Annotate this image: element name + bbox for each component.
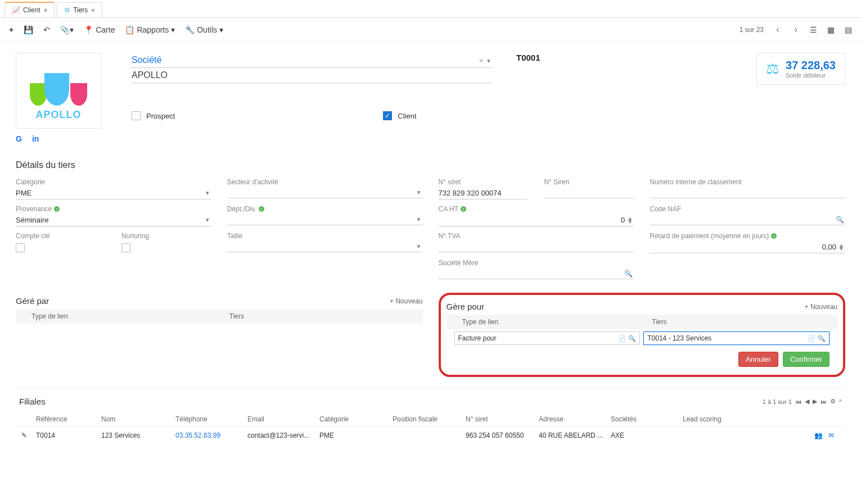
undo-button[interactable]: ↶ [43,25,50,34]
rapports-button[interactable]: 📋Rapports ▾ [125,25,175,34]
spinner-icon[interactable]: ▲▼ [839,244,844,251]
numinterne-input[interactable] [650,187,845,198]
spinner-icon[interactable]: ▲▼ [627,217,633,224]
first-page-icon[interactable]: ⏮ [795,398,801,405]
chevron-down-icon[interactable]: ▼ [486,58,492,64]
info-icon[interactable]: i [461,206,466,212]
tab-label: Tiers [73,6,88,14]
filiales-pager: 1 à 1 sur 1 [763,398,792,405]
prospect-label: Prospect [146,112,175,120]
col-soc[interactable]: Sociétés [611,415,683,423]
prev-button[interactable]: ‹ [774,24,782,35]
col-email[interactable]: Email [247,415,319,423]
close-icon[interactable]: × [44,7,47,13]
linkedin-icon[interactable]: in [32,134,39,143]
info-icon[interactable]: i [771,233,777,239]
chevron-down-icon: ▼ [416,243,422,249]
siret-input[interactable]: 732 829 320 00074 [439,187,529,199]
balance-box[interactable]: ⚖ 37 228,63 Solde débiteur [756,53,845,85]
nurturing-checkbox[interactable] [121,243,130,252]
company-name[interactable]: APOLLO [132,70,168,80]
col-lead[interactable]: Lead scoring [683,415,812,423]
tabs-bar: 📈 Client × ⚙ Tiers × [0,0,861,18]
search-icon[interactable]: 🔍 [624,270,633,278]
gere-par-panel: Géré par + Nouveau Type de lien Tiers [16,293,423,377]
dept-select[interactable]: ▼ [227,214,423,225]
taille-select[interactable]: ▼ [227,241,423,252]
info-icon[interactable]: i [54,206,60,212]
scale-icon: ⚖ [766,60,779,78]
last-page-icon[interactable]: ⏭ [821,398,827,405]
carte-button[interactable]: 📍Carte [84,25,115,34]
gere-par-new-button[interactable]: + Nouveau [390,297,422,305]
siren-input[interactable] [544,187,634,198]
close-icon[interactable]: × [91,7,94,13]
societe-mere-input[interactable]: 🔍 [439,268,634,279]
cell-ref: T0014 [36,432,101,439]
col-cat[interactable]: Catégorie [319,415,393,423]
col-tel[interactable]: Téléphone [175,415,247,423]
logo[interactable]: APOLLO [16,53,101,129]
client-label: Client [398,112,416,120]
gear-icon: ⚙ [64,6,70,14]
tva-input[interactable] [439,241,634,252]
col-ref[interactable]: Référence [36,415,101,423]
chevron-down-icon: ▼ [205,217,210,223]
record-header: APOLLO G in Société ✕▼ APOLLO Prospect [16,53,845,143]
collapse-icon[interactable]: ^ [839,398,842,405]
mail-icon[interactable]: ✉ [828,432,834,439]
retard-input[interactable]: 0,00▲▼ [650,241,845,253]
gere-pour-panel: Gère pour + Nouveau Type de lien Tiers F… [439,293,846,377]
societe-link[interactable]: Société [132,55,161,65]
gear-icon[interactable]: ⚙ [830,398,836,405]
grid-view-button[interactable]: ▦ [827,25,835,34]
table-row[interactable]: ✎ T0014 123 Services 03.35.52.63.99 cont… [16,427,845,444]
col-adr[interactable]: Adresse [539,415,611,423]
search-icon[interactable]: 🔍 [628,335,636,342]
tab-client[interactable]: 📈 Client × [4,2,55,17]
cell-tel[interactable]: 03.35.52.63.99 [175,432,247,439]
tab-tiers[interactable]: ⚙ Tiers × [57,2,102,17]
outils-button[interactable]: 🔧Outils ▾ [185,25,223,34]
save-button[interactable]: 💾 [24,25,33,34]
taille-label: Taille [227,232,423,240]
edit-icon[interactable]: ✎ [21,432,27,439]
attach-button[interactable]: 📎▾ [60,25,74,34]
categorie-select[interactable]: PME▼ [16,187,211,199]
provenance-select[interactable]: Séminaire▼ [16,214,211,226]
prospect-checkbox[interactable] [132,111,141,120]
type-lien-input[interactable]: Facture pour 📄🔍 [454,332,641,345]
compte-checkbox[interactable] [16,243,25,252]
confirm-button[interactable]: Confirmer [783,352,830,367]
search-icon[interactable]: 🔍 [818,335,826,342]
logo-text: APOLLO [36,109,82,121]
gere-pour-new-button[interactable]: + Nouveau [805,303,837,311]
detail-view-button[interactable]: ▤ [845,25,852,34]
codenaf-input[interactable]: 🔍 [650,214,845,225]
open-icon[interactable]: 📄 [618,335,626,342]
search-icon[interactable]: 🔍 [836,216,844,224]
chart-icon: 📈 [12,6,20,14]
col-pos[interactable]: Position fiscale [393,415,466,423]
col-tiers: Tiers [219,312,417,320]
tiers-input[interactable]: T0014 - 123 Services 📄🔍 [643,332,830,345]
list-view-button[interactable]: ☰ [810,25,817,34]
col-siret[interactable]: N° siret [466,415,539,423]
next-button[interactable]: › [792,24,800,35]
info-icon[interactable]: i [259,206,264,212]
gere-par-title: Géré par [16,296,49,306]
add-button[interactable]: + [9,25,13,34]
clear-icon[interactable]: ✕ [479,57,484,64]
cancel-button[interactable]: Annuler [738,352,778,367]
prev-page-icon[interactable]: ◀ [805,398,809,405]
client-checkbox[interactable]: ✓ [383,111,392,120]
next-page-icon[interactable]: ▶ [813,398,817,405]
col-nom[interactable]: Nom [101,415,175,423]
google-icon[interactable]: G [16,134,22,143]
secteur-select[interactable]: ▼ [227,187,423,198]
caht-input[interactable]: 0▲▼ [439,214,634,226]
filiales-panel: Filiales 1 à 1 sur 1 ⏮ ◀ ▶ ⏭ ⚙ ^ Référen… [16,388,845,444]
users-icon[interactable]: 👥 [814,432,823,439]
open-icon[interactable]: 📄 [808,335,815,342]
balance-label: Solde débiteur [786,72,836,79]
